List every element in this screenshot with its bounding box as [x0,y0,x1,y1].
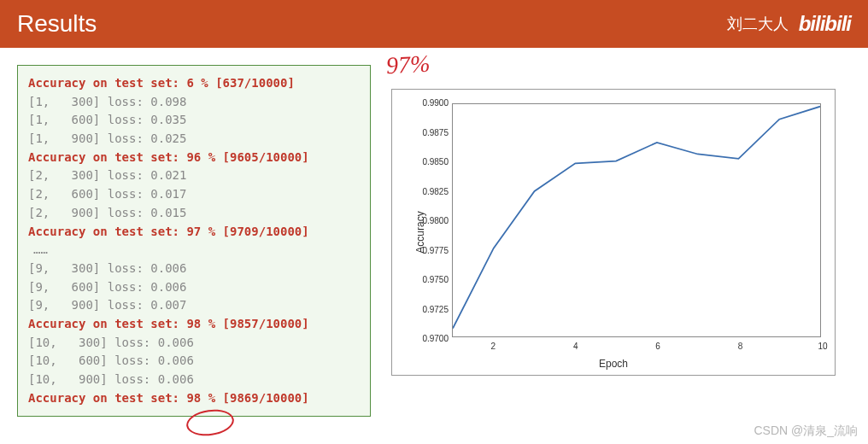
slide-title: Results [17,10,97,38]
log-accuracy-line: Accuracy on test set: 6 % [637/10000] [28,74,360,93]
log-ellipsis: …… [28,241,360,260]
chart-xlabel: Epoch [599,358,628,370]
log-loss-line: [2, 600] loss: 0.017 [28,185,360,204]
accuracy-chart: Accuracy Epoch 0.97000.97250.97500.97750… [391,89,836,376]
log-loss-line: [9, 900] loss: 0.007 [28,296,360,315]
ytick: 0.9775 [411,246,449,255]
log-loss-line: [10, 600] loss: 0.006 [28,352,360,371]
ytick: 0.9875 [411,128,449,137]
log-accuracy-line: Accuracy on test set: 97 % [9709/10000] [28,223,360,242]
ytick: 0.9900 [411,98,449,108]
xtick: 4 [573,342,578,351]
xtick: 2 [490,342,496,351]
handwritten-annotation-97: 97% [385,50,431,80]
log-loss-line: [1, 600] loss: 0.035 [28,111,360,130]
header-right: 刘二大人 bilibili [727,12,851,36]
watermark: CSDN @清泉_流响 [754,424,858,439]
log-loss-line: [2, 900] loss: 0.015 [28,204,360,223]
plot-inner [452,103,821,337]
chart-area: 97% Accuracy Epoch 0.97000.97250.97500.9… [391,65,851,417]
author-name: 刘二大人 [727,14,789,34]
log-loss-line: [9, 300] loss: 0.006 [28,260,360,278]
xtick: 8 [738,342,743,351]
ytick: 0.9700 [411,334,449,343]
training-log: Accuracy on test set: 6 % [637/10000][1,… [17,65,371,417]
log-loss-line: [1, 900] loss: 0.025 [28,130,360,149]
log-loss-line: [2, 300] loss: 0.021 [28,166,360,185]
chart-line [453,104,820,336]
xtick: 6 [655,342,660,351]
log-loss-line: [10, 300] loss: 0.006 [28,334,360,353]
ytick: 0.9725 [411,305,449,314]
bilibili-logo: bilibili [799,12,851,36]
ytick: 0.9825 [411,187,449,196]
slide-header: Results 刘二大人 bilibili [0,0,868,48]
xtick: 10 [818,342,827,351]
ytick: 0.9750 [411,275,449,284]
content-area: Accuracy on test set: 6 % [637/10000][1,… [0,48,868,417]
log-loss-line: [10, 900] loss: 0.006 [28,371,360,389]
log-loss-line: [1, 300] loss: 0.098 [28,93,360,112]
log-accuracy-line: Accuracy on test set: 96 % [9605/10000] [28,149,360,167]
ytick: 0.9850 [411,157,449,166]
ytick: 0.9800 [411,216,449,225]
log-loss-line: [9, 600] loss: 0.006 [28,278,360,297]
log-accuracy-line: Accuracy on test set: 98 % [9857/10000] [28,315,360,334]
log-accuracy-line: Accuracy on test set: 98 % [9869/10000] [28,389,360,408]
